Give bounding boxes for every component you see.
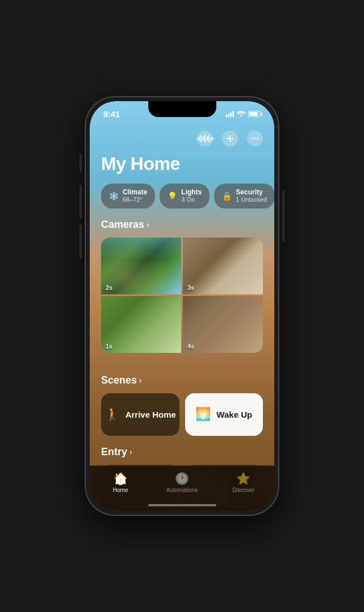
page-title: My Home	[90, 151, 274, 184]
security-icon: 🔒	[222, 191, 232, 201]
top-bar	[90, 126, 274, 151]
climate-chip[interactable]: ❄️ Climate 68–72°	[101, 184, 155, 209]
entry-chevron-icon: ›	[129, 447, 132, 456]
status-icons	[225, 110, 261, 118]
tab-discover[interactable]: ⭐ Discover	[213, 472, 274, 493]
home-indicator	[148, 504, 216, 506]
add-button[interactable]	[222, 131, 238, 147]
volume-up-button[interactable]	[80, 185, 82, 219]
discover-tab-label: Discover	[232, 487, 254, 493]
scroll-content[interactable]: My Home ❄️ Climate 68–72° 💡	[90, 101, 274, 511]
svg-point-1	[252, 138, 253, 140]
scenes-title: Scenes	[101, 374, 137, 386]
svg-point-3	[257, 138, 259, 140]
phone-device: 9:41	[85, 97, 279, 515]
lights-chip[interactable]: 💡 Lights 3 On	[160, 184, 210, 209]
status-time: 9:41	[103, 109, 120, 119]
scenes-row: 🚶 Arrive Home 🌅 Wake Up	[90, 393, 274, 436]
lights-sublabel: 3 On	[181, 196, 202, 203]
home-tab-icon: 🏠	[114, 472, 128, 485]
svg-point-2	[254, 138, 256, 140]
camera-timestamp-2: 3s	[187, 284, 194, 291]
entry-title: Entry	[101, 446, 127, 458]
scenes-section-header[interactable]: Scenes ›	[90, 364, 274, 393]
waveform-button[interactable]	[197, 131, 213, 147]
entry-section-header[interactable]: Entry ›	[90, 436, 274, 465]
camera-cell-living-room[interactable]: 4s	[183, 296, 263, 353]
tab-automations[interactable]: 🕐 Automations	[151, 472, 212, 493]
cameras-chevron-icon: ›	[147, 220, 149, 229]
climate-text: Climate 68–72°	[123, 188, 147, 204]
top-section: My Home ❄️ Climate 68–72° 💡	[90, 101, 274, 364]
automations-tab-label: Automations	[166, 487, 198, 493]
arrive-home-icon: 🚶	[104, 407, 120, 422]
arrive-home-label: Arrive Home	[125, 410, 176, 419]
automations-tab-icon: 🕐	[175, 472, 189, 485]
lights-icon: 💡	[168, 191, 177, 201]
camera-cell-driveway[interactable]: 1s	[101, 296, 181, 353]
status-chips: ❄️ Climate 68–72° 💡 Lights 3 On	[90, 184, 274, 209]
wifi-icon	[237, 110, 245, 118]
tab-home[interactable]: 🏠 Home	[90, 472, 151, 493]
security-label: Security	[236, 188, 267, 196]
app-screen: 9:41	[90, 101, 274, 511]
cameras-title: Cameras	[101, 219, 144, 231]
discover-tab-icon: ⭐	[236, 472, 250, 485]
camera-timestamp-3: 1s	[106, 343, 112, 349]
lights-label: Lights	[181, 188, 202, 196]
home-tab-label: Home	[113, 487, 128, 493]
svg-point-0	[240, 115, 242, 117]
camera-cell-pool[interactable]: 2s	[101, 238, 181, 294]
camera-grid: 2s 3s 1s 4s	[101, 238, 263, 353]
lights-text: Lights 3 On	[181, 188, 202, 204]
wake-up-scene[interactable]: 🌅 Wake Up	[185, 393, 263, 436]
security-text: Security 1 Unlocked	[236, 188, 267, 204]
cameras-section-header[interactable]: Cameras ›	[90, 209, 274, 238]
security-chip[interactable]: 🔒 Security 1 Unlocked	[214, 184, 274, 209]
power-button[interactable]	[282, 190, 284, 242]
signal-icon	[225, 111, 234, 117]
climate-icon: ❄️	[109, 191, 119, 201]
phone-screen: 9:41	[90, 101, 274, 511]
volume-down-button[interactable]	[80, 224, 82, 259]
mute-button[interactable]	[80, 153, 82, 173]
security-sublabel: 1 Unlocked	[236, 196, 267, 203]
camera-timestamp-4: 4s	[187, 343, 194, 349]
waveform-icon	[196, 135, 214, 143]
climate-label: Climate	[123, 188, 147, 196]
wake-up-icon: 🌅	[195, 407, 211, 422]
battery-icon	[248, 111, 261, 117]
notch	[148, 101, 216, 117]
more-button[interactable]	[247, 131, 263, 147]
arrive-home-scene[interactable]: 🚶 Arrive Home	[101, 393, 179, 436]
scenes-chevron-icon: ›	[139, 376, 142, 385]
camera-timestamp-1: 2s	[106, 284, 112, 291]
wake-up-label: Wake Up	[216, 410, 252, 419]
climate-sublabel: 68–72°	[123, 196, 147, 203]
camera-cell-gym[interactable]: 3s	[183, 238, 263, 294]
